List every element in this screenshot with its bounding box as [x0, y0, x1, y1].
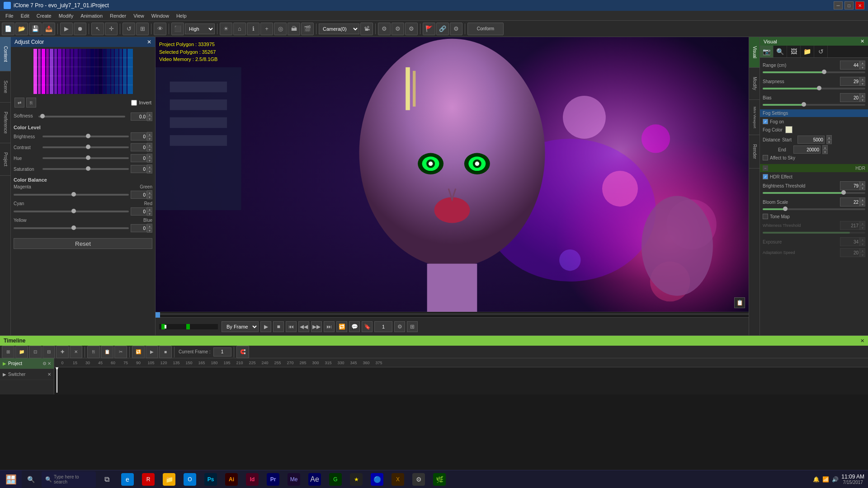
- yb-up[interactable]: ▲: [147, 224, 152, 228]
- start-button[interactable]: 🪟: [0, 470, 22, 488]
- hue-down[interactable]: ▼: [147, 158, 152, 163]
- taskbar-app3[interactable]: G: [326, 471, 345, 488]
- invert-checkbox[interactable]: [131, 100, 137, 106]
- home-button[interactable]: ⌂: [233, 23, 246, 35]
- taskbar-blender[interactable]: 🔵: [367, 471, 387, 488]
- wt-up[interactable]: ▲: [860, 221, 865, 225]
- adp-up[interactable]: ▲: [860, 248, 865, 253]
- adp-down[interactable]: ▼: [860, 253, 865, 257]
- menu-create[interactable]: Create: [33, 12, 55, 19]
- range-up[interactable]: ▲: [860, 61, 865, 65]
- yb-down[interactable]: ▼: [147, 228, 152, 233]
- config-button[interactable]: ⚙: [450, 23, 462, 35]
- select-button[interactable]: ↖: [91, 23, 104, 35]
- fog-start-up[interactable]: ▲: [826, 135, 832, 140]
- target-button[interactable]: ◎: [274, 23, 287, 35]
- scene-button[interactable]: 🏔: [288, 23, 300, 35]
- tool3[interactable]: ⚙: [405, 23, 418, 35]
- menu-modify[interactable]: Modify: [55, 12, 77, 19]
- reset-button[interactable]: Reset: [14, 238, 152, 249]
- softness-down[interactable]: ▼: [147, 117, 152, 121]
- viewport-mode-button[interactable]: ⬛: [171, 23, 184, 35]
- exp-down[interactable]: ▼: [860, 242, 865, 246]
- track-switcher[interactable]: ▶ Switcher ✕: [0, 369, 54, 380]
- softness-slider[interactable]: [38, 116, 125, 117]
- taskbar-cortana[interactable]: 🔍 Type here to search: [42, 471, 96, 488]
- export-button[interactable]: 📤: [42, 23, 55, 35]
- chat-button[interactable]: 💬: [349, 321, 360, 332]
- whiteness-input[interactable]: [840, 221, 860, 230]
- wt-down[interactable]: ▼: [860, 225, 865, 230]
- tl-loop[interactable]: 🔁: [132, 346, 145, 358]
- eye-button[interactable]: 👁: [154, 23, 166, 35]
- tl-cut[interactable]: ✂: [114, 346, 127, 358]
- tab-mini-viewport[interactable]: Mini Viewport: [749, 100, 760, 136]
- hdr-minus-icon[interactable]: −: [763, 165, 768, 171]
- contrast-input[interactable]: [131, 143, 147, 151]
- info-button[interactable]: ℹ: [247, 23, 259, 35]
- yellow-blue-slider[interactable]: [14, 227, 129, 229]
- close-button[interactable]: ✕: [855, 1, 864, 9]
- tab-content[interactable]: Content: [0, 37, 11, 71]
- taskbar-edge[interactable]: e: [118, 471, 137, 488]
- play-button[interactable]: ▶: [60, 23, 73, 35]
- tl-add[interactable]: ✚: [56, 346, 69, 358]
- speaker-icon[interactable]: 🔊: [832, 476, 839, 483]
- camera-record[interactable]: 📽: [360, 23, 373, 35]
- fog-start-down[interactable]: ▼: [826, 140, 832, 144]
- fog-start-input[interactable]: [797, 136, 825, 144]
- refresh-tab-icon[interactable]: ↺: [814, 46, 828, 57]
- open-button[interactable]: 📂: [15, 23, 28, 35]
- play-button[interactable]: ▶: [260, 321, 271, 332]
- link-button[interactable]: 🔗: [436, 23, 449, 35]
- taskbar-premiere[interactable]: Pr: [263, 471, 283, 488]
- camera-select[interactable]: Camera(0) Camera(1): [319, 23, 359, 34]
- brightness-down[interactable]: ▼: [147, 136, 152, 141]
- hue-slider[interactable]: [42, 157, 129, 159]
- tl-folder[interactable]: 📁: [15, 346, 28, 358]
- timeline-tracks-area[interactable]: [54, 367, 868, 393]
- tab-visual[interactable]: Visual: [749, 37, 760, 68]
- tl-stop2[interactable]: ■: [159, 346, 172, 358]
- exposure-input[interactable]: [840, 237, 860, 246]
- folder-tab-icon[interactable]: 📁: [801, 46, 814, 57]
- tl-expand[interactable]: ⊞: [2, 346, 14, 358]
- contrast-down[interactable]: ▼: [147, 147, 152, 152]
- tab-modify[interactable]: Modify: [749, 68, 760, 99]
- hue-input[interactable]: [131, 154, 147, 162]
- bs-up[interactable]: ▲: [860, 197, 865, 202]
- mg-down[interactable]: ▼: [147, 195, 152, 199]
- taskbar-app6[interactable]: 🌿: [429, 471, 449, 488]
- saturation-up[interactable]: ▲: [147, 164, 152, 169]
- image-tab-icon[interactable]: 🖼: [787, 46, 801, 57]
- menu-render[interactable]: Render: [106, 12, 130, 19]
- tab-render[interactable]: Render: [749, 135, 760, 169]
- exp-up[interactable]: ▲: [860, 237, 865, 242]
- fog-end-down[interactable]: ▼: [822, 150, 828, 154]
- menu-edit[interactable]: Edit: [17, 12, 33, 19]
- by-frame-select[interactable]: By Frame By Time: [222, 321, 259, 332]
- tl-copy[interactable]: ⎘: [87, 346, 100, 358]
- stop-button[interactable]: ■: [273, 321, 284, 332]
- conform-button[interactable]: Conform: [467, 23, 504, 35]
- notification-icon[interactable]: 🔔: [813, 476, 820, 483]
- copy-icon[interactable]: ⎘: [26, 98, 36, 108]
- search-tab-icon[interactable]: 🔍: [774, 46, 787, 57]
- move-button[interactable]: ✛: [105, 23, 118, 35]
- taskbar-aftereffects[interactable]: Ae: [305, 471, 325, 488]
- bias-input[interactable]: [840, 93, 860, 102]
- bs-slider[interactable]: [763, 208, 865, 210]
- cyan-red-slider[interactable]: [14, 211, 129, 212]
- flag-button[interactable]: 🚩: [423, 23, 435, 35]
- menu-file[interactable]: File: [2, 12, 17, 19]
- tl-paste[interactable]: 📋: [101, 346, 113, 358]
- tl-snap[interactable]: 🧲: [236, 346, 249, 358]
- saturation-input[interactable]: [131, 165, 147, 173]
- current-frame-input[interactable]: [213, 347, 231, 357]
- maximize-button[interactable]: □: [844, 1, 854, 9]
- brightness-input[interactable]: [131, 132, 147, 141]
- contrast-up[interactable]: ▲: [147, 143, 152, 147]
- brightness-up[interactable]: ▲: [147, 132, 152, 136]
- bloom-scale-input[interactable]: [840, 197, 860, 206]
- tab-preference[interactable]: Preference: [0, 103, 11, 143]
